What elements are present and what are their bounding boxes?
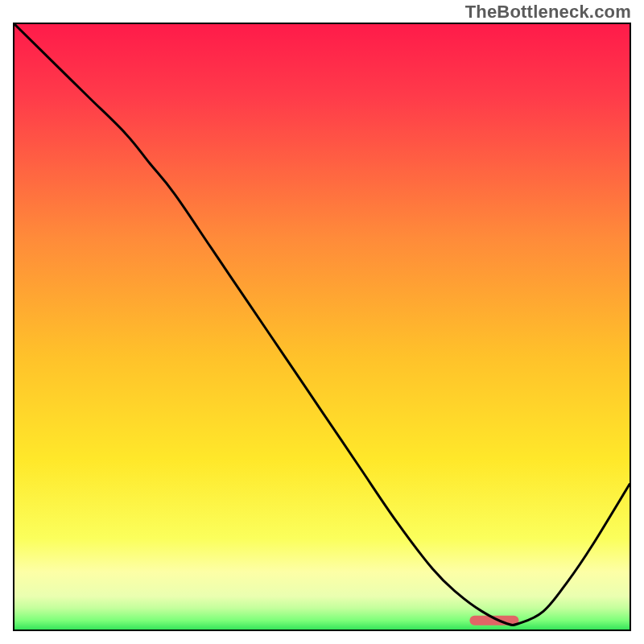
watermark-text: TheBottleneck.com [465, 2, 631, 23]
curve-layer [14, 24, 630, 630]
plot-area [13, 23, 631, 631]
chart-frame: TheBottleneck.com [0, 0, 644, 644]
bottleneck-curve [14, 24, 630, 625]
